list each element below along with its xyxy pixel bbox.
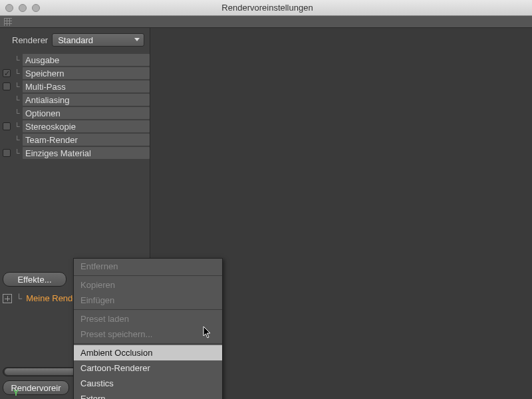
axis-y-label: Y — [13, 388, 19, 398]
toolbar — [0, 16, 532, 28]
settings-tree: └Ausgabe└Speichern└Multi-Pass└Antialiasi… — [0, 52, 150, 160]
menu-separator — [74, 343, 222, 344]
tree-row[interactable]: └Speichern — [0, 66, 150, 80]
tree-row[interactable]: └Multi-Pass — [0, 80, 150, 93]
preset-name: Meine Rende — [26, 293, 77, 303]
window-title: Rendervoreinstellungen — [40, 3, 495, 13]
renderer-label: Renderer — [12, 35, 48, 45]
menu-item[interactable]: Ambient Occlusion — [74, 345, 222, 360]
tree-item-label: Multi-Pass — [23, 80, 150, 92]
menu-separator — [74, 275, 222, 276]
titlebar: Rendervoreinstellungen — [0, 0, 532, 16]
menu-item: Einfügen — [74, 293, 222, 308]
tree-item-label: Speichern — [23, 67, 150, 79]
tree-item-label: Antialiasing — [23, 94, 150, 106]
menu-item[interactable]: Extern... — [74, 391, 222, 399]
menu-item: Kopieren — [74, 277, 222, 293]
tree-item-label: Optionen — [23, 107, 150, 119]
tree-row[interactable]: └Antialiasing — [0, 93, 150, 106]
effects-context-menu[interactable]: EntfernenKopierenEinfügenPreset ladenPre… — [73, 258, 223, 399]
renderer-value: Standard — [58, 35, 93, 45]
window-controls — [5, 4, 40, 12]
checkbox[interactable] — [3, 149, 11, 157]
checkbox[interactable] — [3, 82, 11, 90]
menu-item[interactable]: Caustics — [74, 376, 222, 391]
zoom-icon[interactable] — [32, 4, 40, 12]
renderer-dropdown[interactable]: Standard — [52, 33, 144, 47]
menu-separator — [74, 309, 222, 310]
effects-button[interactable]: Effekte... — [3, 272, 66, 287]
menu-item: Preset laden — [74, 311, 222, 327]
tree-item-label: Team-Render — [23, 134, 150, 146]
tree-item-label: Einziges Material — [23, 147, 150, 159]
menu-item[interactable]: Cartoon-Renderer — [74, 360, 222, 376]
tree-row[interactable]: └Optionen — [0, 106, 150, 120]
menu-item: Entfernen — [74, 259, 222, 274]
tree-row[interactable]: └Stereoskopie — [0, 120, 150, 133]
menu-item: Preset speichern... — [74, 327, 222, 342]
chevron-down-icon — [134, 38, 140, 41]
minimize-icon[interactable] — [19, 4, 27, 12]
tree-row[interactable]: └Einziges Material — [0, 146, 150, 160]
tree-item-label: Stereoskopie — [23, 120, 150, 132]
render-presets-button[interactable]: Rendervoreir — [3, 380, 69, 395]
checkbox[interactable] — [3, 122, 11, 130]
tree-item-label: Ausgabe — [23, 54, 150, 66]
effects-button-label: Effekte... — [17, 275, 51, 285]
grid-icon[interactable] — [4, 18, 12, 26]
tree-row[interactable]: └Ausgabe — [0, 53, 150, 66]
checkbox[interactable] — [3, 69, 11, 77]
close-icon[interactable] — [5, 4, 13, 12]
expand-icon[interactable] — [3, 294, 12, 303]
tree-row[interactable]: └Team-Render — [0, 133, 150, 146]
